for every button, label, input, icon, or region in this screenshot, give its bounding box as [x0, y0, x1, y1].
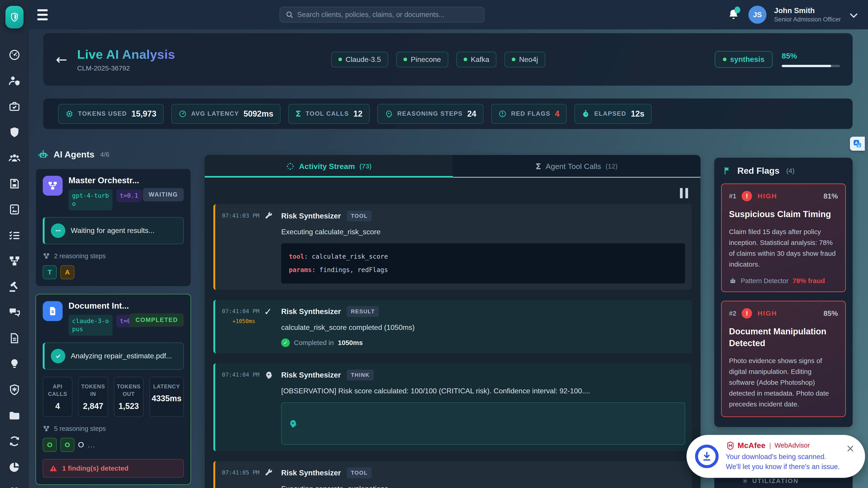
agent-model-badge: claude-3-opus: [68, 315, 113, 336]
step-chips-overflow: ...: [88, 440, 95, 449]
agent-card-document-intelligence[interactable]: Document Int... claude-3-opus t=0.2 COMP…: [35, 294, 191, 485]
wrench-icon: [264, 467, 281, 488]
sidebar-item-coverage-shield-icon[interactable]: [8, 126, 21, 139]
flag-index: #1: [729, 193, 736, 200]
user-menu-chevron-down-icon[interactable]: [850, 10, 858, 18]
sidebar-item-sync-icon[interactable]: [8, 435, 21, 448]
ai-agents-title: AI Agents: [54, 150, 94, 160]
sidebar-item-documents-icon[interactable]: [8, 332, 21, 345]
entry-timestamp: 07:41:04 PM: [222, 371, 264, 378]
agent-name: Master Orchestr...: [68, 176, 184, 185]
stat-avg-latency: AVG LATENCY5092ms: [171, 104, 281, 124]
workflow-mini-icon: [43, 252, 50, 260]
pause-stream-button[interactable]: [678, 188, 690, 199]
translate-extension-button[interactable]: A: [850, 137, 865, 151]
red-flag-card-1[interactable]: #1 ! HIGH 81% Suspicious Claim Timing Cl…: [721, 184, 846, 292]
user-meta: John Smith Senior Admission Officer: [774, 7, 841, 23]
check-circle-icon: ✓: [281, 338, 290, 347]
entry-delta: +1050ms: [232, 318, 264, 324]
sigma-icon: Σ: [535, 162, 541, 171]
entry-agent-name: Risk Synthesizer: [281, 468, 341, 477]
sidebar-item-team-icon[interactable]: [8, 151, 21, 164]
agent-card-master-orchestrator[interactable]: Master Orchestr... gpt-4-turbo t=0.1 WAI…: [35, 168, 191, 287]
sidebar-item-insights-bulb-icon[interactable]: [8, 357, 21, 370]
ai-agents-count: 4/6: [100, 151, 110, 158]
search-input[interactable]: [297, 11, 478, 19]
stopwatch-icon: [582, 110, 590, 118]
search-icon: [285, 11, 293, 19]
toast-close-icon[interactable]: ×: [846, 443, 855, 453]
activity-entry: 07:41:04 PM +1050ms ✓ Risk Synthesizer R…: [213, 300, 692, 353]
robot-icon: [38, 149, 49, 160]
tab-activity-stream[interactable]: Activity Stream (73): [205, 155, 453, 177]
sidebar-item-folders-icon[interactable]: [8, 409, 21, 422]
red-flag-card-2[interactable]: #2 ! HIGH 85% Document Manipulation Dete…: [721, 301, 846, 417]
left-sidebar: [0, 0, 29, 488]
main-content: ← Live AI Analysis CLM-2025-36792 Claude…: [29, 29, 868, 488]
sidebar-item-legal-gavel-icon[interactable]: [8, 280, 21, 293]
think-head-icon: [288, 419, 298, 428]
tool-call-code-block: tool: calculate_risk_score params: findi…: [281, 243, 685, 284]
agent-status-badge: COMPLETED: [129, 313, 184, 327]
entry-message: Executing calculate_risk_score: [281, 228, 685, 236]
reasoning-box: [281, 402, 685, 445]
entry-type-badge: TOOL: [347, 210, 372, 221]
wrench-icon: [264, 210, 281, 284]
check-icon: ✓: [264, 306, 281, 347]
sidebar-item-dashboard-icon[interactable]: [8, 48, 21, 61]
agent-status-message: Waiting for agent results...: [43, 217, 184, 244]
sidebar-item-analytics-pie-icon[interactable]: [8, 460, 21, 474]
flag-severity: HIGH: [757, 192, 777, 200]
service-badge: Kafka: [456, 52, 497, 67]
robot-icon: [729, 277, 737, 285]
status-dot: [464, 58, 467, 61]
back-button[interactable]: ←: [56, 53, 67, 66]
entry-timestamp: 07:41:04 PM: [222, 308, 264, 315]
flag-description: Claim filed 15 days after policy incepti…: [729, 226, 838, 270]
sidebar-item-tasks-icon[interactable]: [8, 100, 21, 113]
tab-agent-tool-calls[interactable]: Σ Agent Tool Calls (12): [453, 155, 701, 177]
flag-index: #2: [729, 310, 736, 317]
entry-type-badge: THINK: [347, 369, 374, 381]
stat-red-flags: RED FLAGS4: [491, 104, 567, 124]
activity-entry: 07:41:04 PM Risk Synthesizer THINK [OBSE…: [213, 363, 692, 451]
app-root: JS John Smith Senior Admission Officer ←…: [0, 0, 868, 488]
status-dot: [338, 58, 342, 61]
flag-description: Photo evidence shows signs of digital ma…: [729, 355, 838, 410]
sidebar-item-more-icon[interactable]: [8, 486, 21, 488]
fraud-score: 78% fraud: [793, 277, 825, 285]
entry-type-badge: RESULT: [347, 306, 379, 317]
think-head-icon: [264, 369, 281, 445]
activity-entry: 07:41:03 PM Risk Synthesizer TOOL Execut…: [213, 204, 692, 290]
menu-hamburger-button[interactable]: [37, 8, 52, 22]
flag-severity: HIGH: [757, 310, 777, 317]
analysis-progress: 85%: [782, 51, 840, 67]
sidebar-item-records-icon[interactable]: [8, 177, 21, 190]
reasoning-steps-row: 2 reasoning steps: [43, 252, 184, 260]
entry-agent-name: Risk Synthesizer: [281, 307, 341, 316]
stat-tokens-used: TOKENS USED15,973: [58, 104, 164, 124]
red-flags-title: Red Flags: [737, 166, 779, 176]
sidebar-item-messages-icon[interactable]: [8, 306, 21, 319]
search-bar[interactable]: [280, 7, 485, 23]
stat-tool-calls: Σ TOOL CALLS12: [288, 104, 370, 124]
reasoning-steps-row: 5 reasoning steps: [43, 425, 184, 432]
step-chips: O O O ...: [43, 438, 184, 452]
sidebar-item-workflow-icon[interactable]: [8, 254, 21, 267]
sidebar-item-reports-icon[interactable]: [8, 203, 21, 216]
translate-icon: A: [852, 139, 862, 149]
user-avatar[interactable]: JS: [748, 6, 767, 24]
sidebar-item-client-shield-icon[interactable]: [8, 74, 21, 87]
ai-agents-panel: AI Agents 4/6 Master Orchestr... gpt-4-t…: [35, 149, 191, 488]
topbar: JS John Smith Senior Admission Officer: [29, 0, 868, 29]
entry-message: Executing generate_explanations: [281, 485, 685, 488]
brand-divider: |: [769, 442, 771, 449]
notifications-bell-icon[interactable]: [726, 7, 741, 22]
sidebar-item-security-shield-gear-icon[interactable]: [8, 383, 21, 396]
step-chips: T A: [43, 265, 184, 279]
step-chip: O: [43, 438, 57, 452]
app-logo-shield-icon[interactable]: [5, 6, 24, 29]
flag-confidence: 81%: [824, 192, 838, 200]
sidebar-item-checklist-icon[interactable]: [8, 229, 21, 242]
completed-row: ✓ Completed in 1050ms: [281, 338, 685, 347]
